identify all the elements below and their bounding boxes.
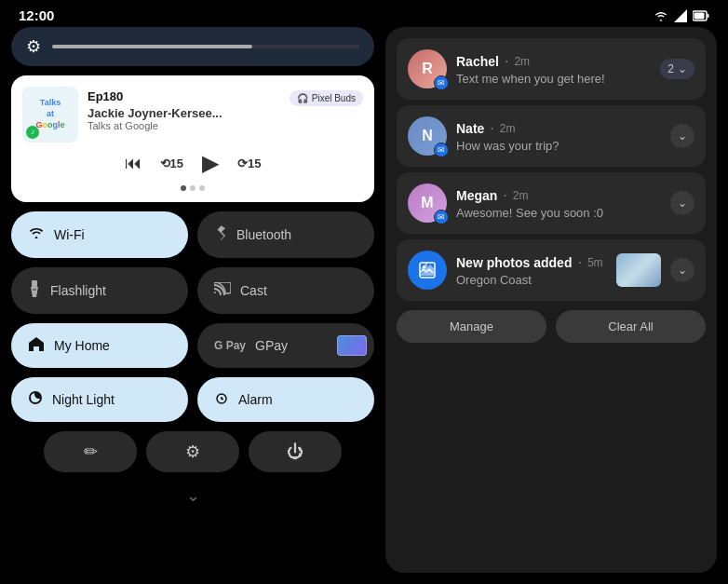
spotify-icon: ♪	[26, 126, 39, 139]
alarm-label: Alarm	[238, 392, 273, 407]
svg-marker-0	[674, 9, 687, 22]
avatar-megan: M ✉	[408, 183, 447, 223]
svg-rect-3	[708, 14, 709, 18]
cast-label: Cast	[240, 283, 267, 298]
signal-icon	[674, 9, 687, 22]
notif-header-nate: Nate · 2m	[456, 120, 661, 137]
avatar-rachel: R ✉	[408, 49, 447, 88]
tile-bluetooth[interactable]: Bluetooth	[197, 211, 374, 258]
expand-photos-button[interactable]: ⌄	[670, 258, 694, 282]
home-icon	[28, 336, 45, 355]
chevron-down-badge: ⌄	[678, 62, 687, 75]
tile-flashlight[interactable]: Flashlight	[11, 267, 188, 314]
notif-footer: Manage Clear All	[397, 310, 706, 343]
avatar-nate: N ✉	[408, 116, 447, 156]
notif-header-photos: New photos added · 5m	[456, 254, 607, 271]
notif-header-rachel: Rachel · 2m	[456, 53, 651, 70]
tile-wifi[interactable]: Wi-Fi	[11, 211, 188, 258]
nightlight-label: Night Light	[52, 392, 115, 407]
battery-icon	[693, 10, 709, 21]
svg-marker-5	[31, 287, 38, 297]
power-button[interactable]: ⏻	[249, 431, 342, 472]
media-device: 🎧 Pixel Buds	[290, 90, 363, 106]
tiles-grid: Wi-Fi Bluetooth	[11, 211, 374, 422]
notif-subtitle-photos: Oregon Coast	[456, 273, 607, 287]
brightness-track[interactable]	[52, 45, 359, 48]
notif-content-nate: Nate · 2m How was your trip?	[456, 120, 661, 153]
settings-icon: ⚙	[185, 441, 200, 462]
notif-time-rachel: 2m	[514, 55, 530, 68]
cast-icon	[214, 282, 231, 299]
tile-cast[interactable]: Cast	[197, 267, 374, 314]
media-device-label: Pixel Buds	[312, 93, 356, 103]
chevron-row[interactable]: ⌄	[11, 482, 374, 509]
notif-content-photos: New photos added · 5m Oregon Coast	[456, 254, 607, 287]
photos-icon	[408, 251, 447, 290]
media-artwork: TalksatGoogle ♪	[22, 87, 78, 143]
skip-back-15-button[interactable]: ⟲15	[160, 156, 183, 170]
media-dot-2	[190, 185, 195, 191]
media-art-text: TalksatGoogle	[35, 98, 64, 130]
message-icon-nate: ✉	[434, 143, 449, 157]
media-title: Jackie Joyner-Kersee...	[88, 106, 363, 120]
notification-photos[interactable]: New photos added · 5m Oregon Coast ⌄	[397, 239, 706, 301]
bluetooth-label: Bluetooth	[236, 227, 291, 242]
notif-action-megan[interactable]: ⌄	[670, 191, 694, 215]
expand-megan-button[interactable]: ⌄	[670, 191, 694, 215]
bluetooth-icon	[214, 224, 227, 245]
power-icon: ⏻	[287, 442, 303, 462]
notif-content-megan: Megan · 2m Awesome! See you soon :0	[456, 187, 661, 220]
notif-name-megan: Megan	[456, 188, 497, 203]
media-dot-3	[199, 185, 205, 191]
media-episode: Ep180	[88, 89, 123, 103]
notification-megan[interactable]: M ✉ Megan · 2m Awesome! See you soon :0 …	[397, 172, 706, 234]
tile-nightlight[interactable]: Night Light	[11, 377, 188, 422]
notif-time-megan: 2m	[513, 189, 529, 202]
notification-rachel[interactable]: R ✉ Rachel · 2m Text me when you get her…	[397, 38, 706, 100]
tile-alarm[interactable]: Alarm	[197, 377, 374, 422]
badge-number: 2	[667, 62, 674, 75]
clear-all-button[interactable]: Clear All	[556, 310, 706, 343]
wifi-label: Wi-Fi	[54, 227, 85, 242]
flashlight-label: Flashlight	[50, 283, 106, 298]
brightness-row[interactable]: ⚙	[11, 27, 374, 66]
settings-button[interactable]: ⚙	[146, 431, 239, 472]
card-preview	[337, 335, 367, 356]
alarm-icon	[214, 390, 229, 409]
notif-text-megan: Awesome! See you soon :0	[456, 206, 661, 220]
svg-rect-4	[32, 280, 37, 287]
skip-forward-15-button[interactable]: ⟳15	[237, 156, 261, 170]
gpay-label: GPay	[255, 338, 288, 353]
badge-count-rachel[interactable]: 2 ⌄	[660, 59, 694, 79]
edit-icon: ✏	[84, 441, 98, 462]
media-top: TalksatGoogle ♪ Ep180 🎧 Pixel Buds Jacki…	[22, 87, 363, 143]
tile-myhome[interactable]: My Home	[11, 323, 188, 368]
media-dot-1	[181, 185, 186, 191]
svg-rect-6	[33, 289, 36, 291]
svg-point-11	[423, 265, 425, 268]
media-dots	[22, 185, 363, 191]
rewind-button[interactable]: ⏮	[125, 154, 142, 173]
myhome-label: My Home	[54, 338, 110, 353]
notif-header-megan: Megan · 2m	[456, 187, 661, 204]
brightness-fill	[52, 45, 252, 48]
notif-action-nate[interactable]: ⌄	[670, 124, 694, 148]
notification-nate[interactable]: N ✉ Nate · 2m How was your trip? ⌄	[397, 105, 706, 167]
edit-button[interactable]: ✏	[44, 431, 137, 472]
wifi-icon	[28, 226, 45, 243]
manage-button[interactable]: Manage	[397, 310, 546, 343]
notif-text-nate: How was your trip?	[456, 139, 661, 153]
status-icons	[654, 9, 709, 22]
message-icon-rachel: ✉	[434, 75, 449, 90]
notif-action-rachel[interactable]: 2 ⌄	[660, 59, 694, 79]
main-content: ⚙ TalksatGoogle ♪ Ep180 🎧 Pixel Buds	[0, 27, 728, 584]
moon-icon	[28, 390, 43, 409]
notif-name-nate: Nate	[456, 121, 484, 136]
notif-text-rachel: Text me when you get here!	[456, 72, 651, 86]
play-button[interactable]: ▶	[202, 150, 219, 176]
svg-rect-2	[694, 12, 705, 19]
tile-gpay[interactable]: G Pay GPay	[197, 323, 374, 368]
chevron-down-icon: ⌄	[186, 485, 200, 506]
expand-nate-button[interactable]: ⌄	[670, 124, 694, 148]
bottom-row: ✏ ⚙ ⏻	[11, 431, 374, 472]
